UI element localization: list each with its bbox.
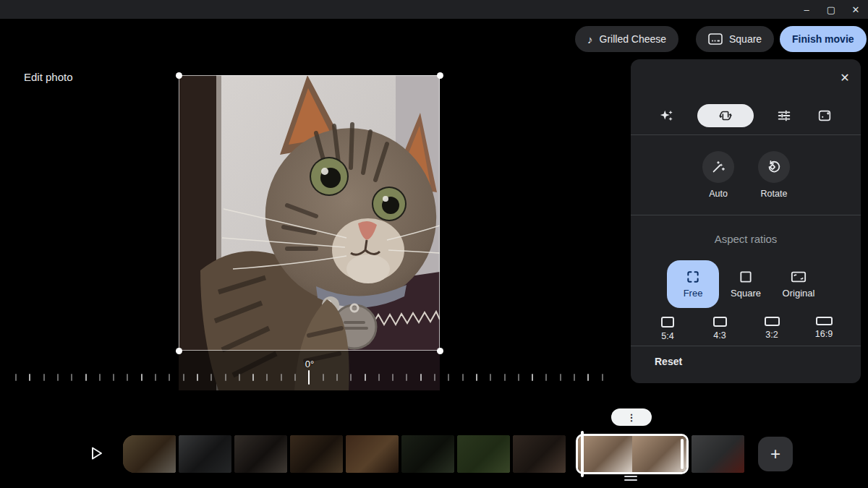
aspect-ratios-title: Aspect ratios bbox=[631, 233, 861, 245]
ruler-tick bbox=[350, 374, 352, 381]
ruler-tick bbox=[15, 374, 17, 381]
frame-cat-2[interactable] bbox=[632, 436, 686, 472]
ruler-tick bbox=[57, 374, 59, 381]
auto-label: Auto bbox=[697, 189, 740, 199]
selected-clip[interactable] bbox=[576, 434, 689, 474]
filmstrip-before bbox=[123, 435, 566, 473]
aspect-square-button[interactable]: Square bbox=[720, 260, 772, 308]
ruler-tick bbox=[210, 374, 212, 381]
ruler-tick bbox=[71, 374, 72, 381]
aspect-free-button[interactable]: Free bbox=[667, 260, 719, 308]
crop-rotate-icon bbox=[718, 108, 733, 124]
playhead[interactable] bbox=[581, 431, 584, 477]
clip-dog-toy[interactable] bbox=[346, 435, 399, 473]
aspect-3-2-button[interactable]: 3:2 bbox=[757, 317, 787, 341]
movie-aspect-button[interactable]: Square bbox=[696, 26, 774, 52]
rotation-value: 0° bbox=[299, 359, 320, 369]
ruler-tick bbox=[155, 374, 156, 381]
ruler-tick bbox=[504, 374, 506, 381]
edit-tabs bbox=[631, 104, 861, 127]
ratio-3-2-label: 3:2 bbox=[765, 330, 778, 340]
close-window-button[interactable]: ✕ bbox=[843, 0, 868, 19]
magic-wand-icon bbox=[710, 159, 726, 175]
clip-group-selfie[interactable] bbox=[513, 435, 566, 473]
ratio-4-3-icon bbox=[713, 317, 727, 327]
sparkle-icon bbox=[659, 108, 675, 124]
rotate-left-icon bbox=[766, 159, 782, 175]
ruler-tick bbox=[225, 374, 226, 381]
ratio-16-9-label: 16:9 bbox=[815, 329, 833, 339]
panel-title: Edit photo bbox=[24, 71, 73, 83]
aspect-original-button[interactable]: Original bbox=[773, 260, 825, 308]
crop-region[interactable] bbox=[179, 75, 440, 351]
ruler-tick bbox=[197, 374, 198, 381]
soundtrack-button[interactable]: ♪ Grilled Cheese bbox=[575, 26, 678, 52]
play-button[interactable] bbox=[88, 445, 105, 462]
ruler-tick bbox=[183, 374, 184, 381]
ruler-tick bbox=[85, 374, 87, 381]
music-note-icon: ♪ bbox=[587, 33, 593, 46]
ratio-16-9-icon bbox=[816, 317, 833, 325]
clip-dog-grass[interactable] bbox=[457, 435, 510, 473]
minimize-button[interactable]: – bbox=[794, 0, 819, 19]
ruler-tick bbox=[141, 374, 142, 381]
finish-movie-label: Finish movie bbox=[792, 33, 854, 45]
clip-man-dog[interactable] bbox=[234, 435, 287, 473]
tab-filters[interactable] bbox=[814, 106, 835, 126]
tab-adjust[interactable] bbox=[774, 106, 794, 126]
crop-handle-bottom-right[interactable] bbox=[437, 348, 443, 354]
ruler-tick bbox=[378, 374, 380, 381]
ruler-tick bbox=[434, 374, 435, 381]
ratio-5-4-label: 5:4 bbox=[661, 331, 673, 341]
window-titlebar: – ▢ ✕ bbox=[0, 0, 868, 19]
frame-cat-1[interactable] bbox=[578, 436, 632, 472]
crop-handle-bottom-left[interactable] bbox=[176, 348, 182, 354]
ruler-tick bbox=[392, 374, 393, 381]
ruler-tick bbox=[490, 374, 491, 381]
clip-dog-closeup[interactable] bbox=[290, 435, 343, 473]
ruler-tick bbox=[476, 374, 477, 381]
add-clip-button[interactable]: + bbox=[758, 437, 793, 471]
free-crop-icon bbox=[686, 270, 700, 284]
ruler-tick bbox=[336, 374, 338, 381]
tab-crop-rotate[interactable] bbox=[697, 104, 754, 127]
aspect-5-4-button[interactable]: 5:4 bbox=[652, 317, 683, 341]
panel-divider-3 bbox=[631, 346, 861, 346]
reset-button[interactable]: Reset bbox=[655, 356, 682, 367]
clip-drag-handle[interactable] bbox=[624, 476, 637, 481]
ruler-tick bbox=[602, 374, 603, 381]
ruler-tick bbox=[560, 374, 561, 381]
ratio-5-4-icon bbox=[661, 317, 674, 328]
ruler-tick bbox=[239, 374, 240, 381]
plus-icon: + bbox=[770, 444, 780, 464]
ruler-tick bbox=[462, 374, 464, 381]
clip-menu-button[interactable]: ⋮ bbox=[611, 408, 652, 426]
tune-icon bbox=[776, 108, 792, 124]
ruler-tick bbox=[545, 374, 547, 381]
ruler-tick bbox=[252, 374, 254, 381]
auto-button[interactable] bbox=[702, 151, 734, 183]
aspect-square-label: Square bbox=[731, 288, 761, 299]
clip-dog-car[interactable] bbox=[179, 435, 231, 473]
aspect-4-3-button[interactable]: 4:3 bbox=[705, 317, 735, 341]
tab-enhance[interactable] bbox=[657, 106, 677, 126]
image-plus-icon bbox=[817, 108, 833, 124]
rotate-button[interactable] bbox=[758, 151, 790, 183]
crop-handle-top-right[interactable] bbox=[437, 72, 443, 79]
panel-divider-2 bbox=[631, 215, 861, 215]
aspect-16-9-button[interactable]: 16:9 bbox=[809, 317, 839, 341]
ruler-tick bbox=[113, 374, 114, 381]
kebab-menu-icon: ⋮ bbox=[627, 412, 637, 423]
crop-handle-top-left[interactable] bbox=[176, 72, 182, 79]
trim-handle-right[interactable] bbox=[681, 439, 684, 469]
movie-aspect-label: Square bbox=[729, 33, 762, 45]
clip-cat-couch[interactable] bbox=[692, 435, 744, 473]
maximize-button[interactable]: ▢ bbox=[819, 0, 843, 19]
close-panel-button[interactable]: ✕ bbox=[837, 69, 853, 85]
ruler-tick bbox=[281, 374, 282, 381]
letterbox-icon bbox=[708, 33, 723, 45]
clip-dog-lying[interactable] bbox=[123, 435, 176, 473]
finish-movie-button[interactable]: Finish movie bbox=[780, 26, 867, 52]
ruler-tick bbox=[127, 374, 128, 381]
clip-cat-plant[interactable] bbox=[401, 435, 454, 473]
